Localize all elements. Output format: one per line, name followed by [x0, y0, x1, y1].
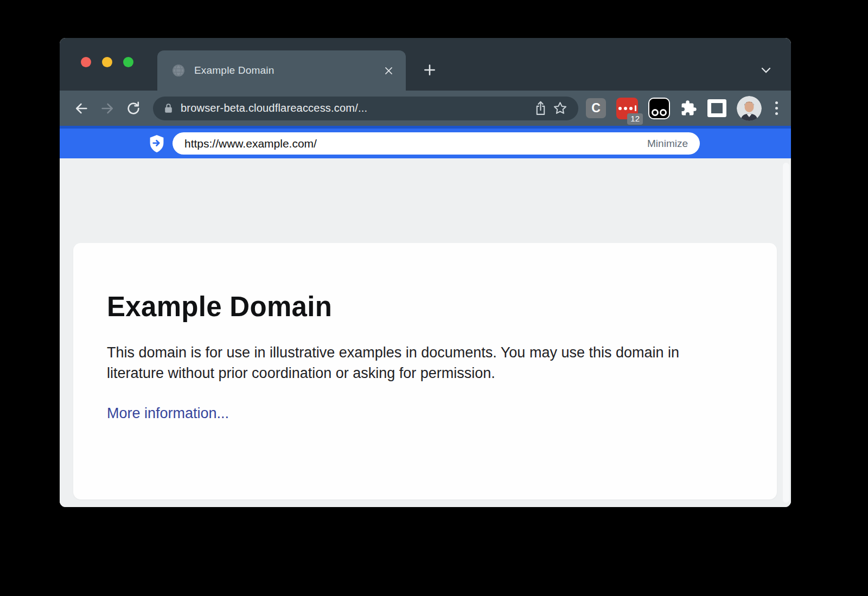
more-information-link[interactable]: More information... [107, 405, 229, 421]
side-panel-icon[interactable] [707, 99, 726, 117]
tab-search-chevron-icon[interactable] [756, 60, 776, 80]
close-window-button[interactable] [81, 57, 91, 67]
forward-icon[interactable] [97, 98, 118, 119]
extension-badge: 12 [627, 113, 643, 125]
minimize-bar-button[interactable]: Minimize [647, 138, 688, 150]
extension-c-icon[interactable]: C [586, 98, 606, 118]
profile-avatar[interactable] [737, 96, 762, 121]
lock-icon [163, 102, 174, 114]
extensions-row: C 12 [586, 96, 784, 121]
page-scrollbar[interactable] [783, 163, 789, 503]
remote-url-bar: Minimize [173, 132, 700, 155]
window-controls [81, 57, 133, 67]
globe-favicon-icon [171, 63, 186, 78]
tab-title: Example Domain [194, 65, 384, 76]
address-bar-url: browser-beta.cloudflareaccess.com/... [181, 102, 531, 114]
remote-browser-bar: Minimize [60, 126, 791, 158]
new-tab-icon[interactable] [418, 58, 442, 82]
zoom-window-button[interactable] [123, 57, 133, 67]
remote-url-input[interactable] [184, 137, 647, 150]
browser-toolbar: browser-beta.cloudflareaccess.com/... C … [60, 91, 791, 126]
back-icon[interactable] [71, 98, 92, 119]
shield-icon [148, 134, 165, 153]
minimize-window-button[interactable] [102, 57, 112, 67]
browser-window: Example Domain [60, 38, 791, 507]
page-body-text: This domain is for use in illustrative e… [107, 342, 695, 383]
reload-icon[interactable] [123, 98, 144, 119]
example-domain-card: Example Domain This domain is for use in… [73, 243, 777, 499]
tab-example-domain[interactable]: Example Domain [157, 50, 406, 91]
extensions-puzzle-icon[interactable] [680, 100, 697, 117]
lastpass-extension-icon[interactable]: 12 [616, 98, 638, 119]
camera-extension-icon[interactable] [648, 98, 670, 119]
page-viewport: Example Domain This domain is for use in… [60, 158, 791, 507]
browser-menu-icon[interactable] [772, 99, 781, 117]
page-heading: Example Domain [107, 291, 728, 323]
close-tab-icon[interactable] [384, 66, 394, 76]
share-icon[interactable] [531, 99, 550, 118]
bookmark-star-icon[interactable] [550, 99, 570, 118]
tab-strip: Example Domain [60, 38, 791, 91]
address-bar[interactable]: browser-beta.cloudflareaccess.com/... [153, 97, 578, 120]
